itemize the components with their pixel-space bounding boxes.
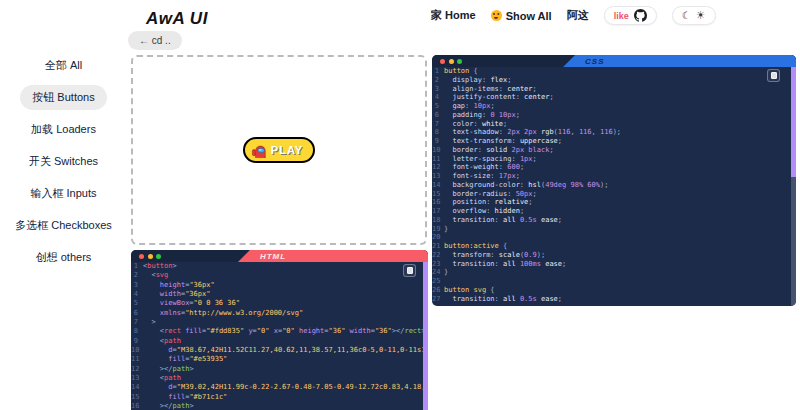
nav-item-label: 阿这	[567, 8, 589, 23]
code-line: 20	[432, 233, 791, 242]
copy-icon	[407, 267, 413, 274]
line-number: 14	[432, 181, 444, 190]
code-line: 3 align-items: center;	[432, 85, 791, 94]
line-number: 12	[432, 163, 444, 172]
code-line: 27 transition: all 0.5s ease;	[432, 295, 791, 304]
code-line: 11 fill="#e53935"	[131, 355, 423, 364]
window-dots-icon	[440, 59, 462, 64]
code-line: 14 d="M39.02,42H11.99c-0.22-2.67-0.48-7.…	[131, 383, 423, 392]
code-panel-css-header: CSS	[432, 55, 796, 67]
copy-css-button[interactable]	[767, 69, 780, 82]
line-number: 12	[131, 365, 143, 374]
copy-icon	[771, 72, 777, 79]
html-scrollbar-thumb[interactable]	[423, 262, 428, 410]
line-number: 11	[432, 155, 444, 164]
line-number: 10	[432, 146, 444, 155]
line-number: 1	[432, 67, 444, 76]
css-scrollbar[interactable]	[791, 67, 796, 306]
nav-item-label: Show All	[506, 10, 552, 22]
line-number: 13	[131, 374, 143, 383]
line-number: 1	[131, 262, 143, 271]
css-scrollbar-thumb[interactable]	[791, 67, 796, 177]
html-scrollbar[interactable]	[423, 262, 428, 410]
sidebar-item-all[interactable]: 全部 All	[33, 53, 94, 78]
code-line: 15 fill="#b71c1c"	[131, 393, 423, 402]
nav-item-label: 家 Home	[431, 8, 476, 23]
code-line: 4 justify-content: center;	[432, 93, 791, 102]
sidebar-item-inputs[interactable]: 输入框 Inputs	[18, 181, 108, 206]
code-panel-html-header: HTML	[131, 250, 428, 262]
sidebar-item-switches[interactable]: 开关 Switches	[17, 149, 110, 174]
line-number: 7	[432, 120, 444, 129]
code-line: 12 font-weight: 600;	[432, 163, 791, 172]
code-line: 5 gap: 10px;	[432, 102, 791, 111]
sidebar-item-loaders[interactable]: 加载 Loaders	[19, 117, 108, 142]
code-line: 16 position: relative;	[432, 198, 791, 207]
line-number: 7	[131, 318, 143, 327]
code-line: 13 font-size: 17px;	[432, 172, 791, 181]
line-number: 16	[432, 198, 444, 207]
line-number: 6	[131, 309, 143, 318]
code-line: 10 d="M38.67,42H11.52C11.27,40.62,11,38.…	[131, 346, 423, 355]
line-number: 5	[131, 299, 143, 308]
line-number: 27	[432, 295, 444, 304]
code-line: 3 height="36px"	[131, 281, 423, 290]
code-line: 5 viewBox="0 0 36 36"	[131, 299, 423, 308]
line-number: 9	[432, 137, 444, 146]
line-number: 19	[432, 225, 444, 234]
line-number: 20	[432, 233, 444, 242]
moon-icon: ☾	[682, 11, 691, 21]
preview-area: PLAY	[131, 55, 427, 245]
code-line: 6 padding: 0 10px;	[432, 111, 791, 120]
code-line: 25	[432, 277, 791, 286]
line-number: 24	[432, 268, 444, 277]
code-line: 2 display: flex;	[432, 76, 791, 85]
play-button[interactable]: PLAY	[243, 137, 315, 163]
line-number: 9	[131, 337, 143, 346]
line-number: 26	[432, 286, 444, 295]
code-line: 19}	[432, 225, 791, 234]
theme-toggle-button[interactable]: ☾ ☀	[672, 6, 716, 25]
code-line: 14 background-color: hsl(49deg 98% 60%);	[432, 181, 791, 190]
copy-html-button[interactable]	[403, 264, 416, 277]
code-line: 7 >	[131, 318, 423, 327]
code-line: 6 xmlns="http://www.w3.org/2000/svg"	[131, 309, 423, 318]
nav-item-show-all[interactable]: Show All	[491, 10, 552, 22]
awa-ui-page: AwA UI 家 HomeShow All阿这 like ☾ ☀ 全部 All按…	[0, 0, 800, 410]
html-code-block: 1<button>2 <svg3 height="36px"4 width="3…	[131, 262, 423, 410]
nav-item-azhe[interactable]: 阿这	[567, 8, 589, 23]
line-number: 22	[432, 251, 444, 260]
code-line: 12 ></path>	[131, 365, 423, 374]
cd-back-button[interactable]: ← cd ..	[128, 31, 182, 50]
code-line: 22 transform: scale(0.9);	[432, 251, 791, 260]
github-icon	[634, 9, 647, 22]
sidebar: 全部 All按钮 Buttons加载 Loaders开关 Switches输入框…	[0, 53, 127, 270]
code-line: 24}	[432, 268, 791, 277]
code-line: 26button svg {	[432, 286, 791, 295]
css-tab-title: CSS	[585, 57, 604, 66]
line-number: 3	[432, 85, 444, 94]
line-number: 2	[432, 76, 444, 85]
sidebar-item-buttons[interactable]: 按钮 Buttons	[20, 85, 106, 110]
code-line: 7 color: white;	[432, 120, 791, 129]
line-number: 17	[432, 207, 444, 216]
code-line: 8 text-shadow: 2px 2px rgb(116, 116, 116…	[432, 128, 791, 137]
sidebar-item-checkboxes[interactable]: 多选框 Checkboxes	[3, 213, 124, 238]
code-line: 23 transition: all 100ms ease;	[432, 260, 791, 269]
nav-items: 家 HomeShow All阿这	[431, 8, 589, 23]
code-panel-css: CSS 1button {2 display: flex;3 align-ite…	[432, 55, 796, 306]
code-line: 13 <path	[131, 374, 423, 383]
line-number: 16	[131, 402, 143, 410]
like-github-button[interactable]: like	[604, 6, 657, 25]
nav-item-home[interactable]: 家 Home	[431, 8, 476, 23]
code-line: 11 letter-spacing: 1px;	[432, 155, 791, 164]
line-number: 4	[131, 290, 143, 299]
maximize-dot-icon	[457, 59, 462, 64]
close-dot-icon	[139, 254, 144, 259]
css-code-block: 1button {2 display: flex;3 align-items: …	[432, 67, 791, 306]
like-label: like	[614, 11, 629, 21]
play-button-label: PLAY	[271, 144, 303, 156]
sidebar-item-others[interactable]: 创想 others	[24, 245, 104, 270]
code-line: 1<button>	[131, 262, 423, 271]
line-number: 2	[131, 271, 143, 280]
